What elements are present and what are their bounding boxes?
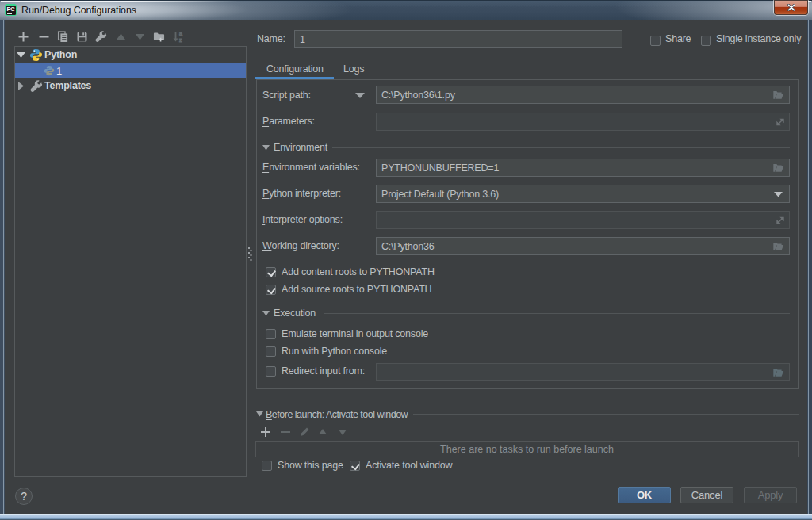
svg-text:a: a (179, 31, 182, 36)
svg-text:z: z (179, 37, 182, 43)
